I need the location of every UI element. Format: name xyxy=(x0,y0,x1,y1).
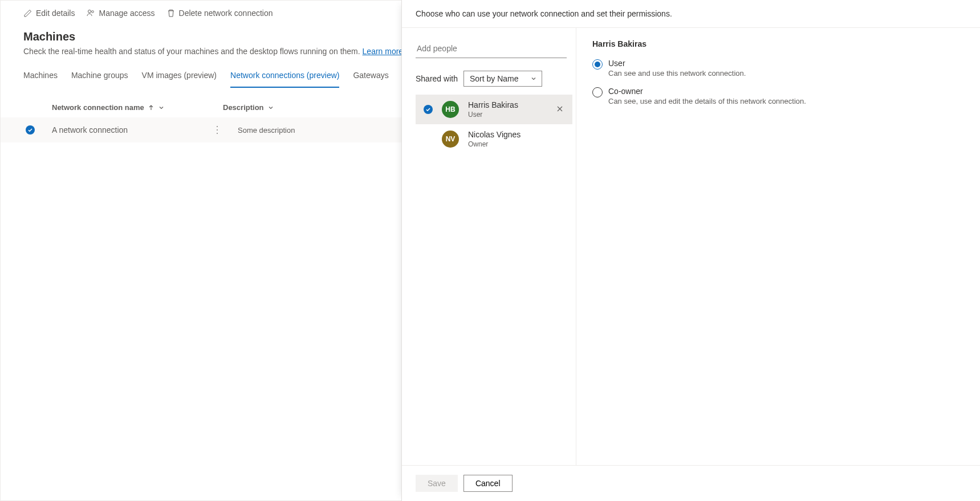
remove-person-button[interactable] xyxy=(554,103,566,116)
chevron-down-icon xyxy=(530,75,537,82)
sort-arrow-up-icon xyxy=(148,104,154,111)
permission-label: User xyxy=(608,59,746,68)
edit-details-label: Edit details xyxy=(36,9,75,18)
permission-option-coowner[interactable]: Co-owner Can see, use and edit the detai… xyxy=(592,87,966,105)
svg-point-0 xyxy=(88,10,91,13)
people-icon xyxy=(86,9,95,18)
radio-icon[interactable] xyxy=(592,87,603,97)
pencil-icon xyxy=(23,9,32,18)
person-role: User xyxy=(468,111,545,119)
tab-machine-groups[interactable]: Machine groups xyxy=(71,66,128,88)
sort-select[interactable]: Sort by Name xyxy=(463,71,542,87)
tab-gateways[interactable]: Gateways xyxy=(353,66,388,88)
manage-access-panel: Choose who can use your network connecti… xyxy=(401,0,980,501)
permission-label: Co-owner xyxy=(608,87,806,96)
person-role: Owner xyxy=(468,140,566,148)
permission-option-user[interactable]: User Can see and use this network connec… xyxy=(592,59,966,78)
person-name: Harris Bakiras xyxy=(468,100,545,109)
person-selected-icon xyxy=(424,105,433,114)
manage-access-label: Manage access xyxy=(99,9,154,18)
add-people-input[interactable] xyxy=(416,39,567,58)
column-name[interactable]: Network connection name xyxy=(52,103,223,112)
radio-icon[interactable] xyxy=(592,59,603,70)
row-name: A network connection xyxy=(52,125,213,135)
svg-point-1 xyxy=(92,11,94,13)
trash-icon xyxy=(166,9,176,18)
delete-connection-button[interactable]: Delete network connection xyxy=(166,9,273,18)
avatar: HB xyxy=(442,101,459,118)
tab-machines[interactable]: Machines xyxy=(23,66,58,88)
tab-vm-images[interactable]: VM images (preview) xyxy=(142,66,217,88)
permissions-heading: Harris Bakiras xyxy=(592,39,966,48)
learn-more-link[interactable]: Learn more xyxy=(363,47,404,56)
person-row-nicolas[interactable]: NV Nicolas Vignes Owner xyxy=(416,124,572,154)
close-icon xyxy=(556,105,563,112)
panel-header: Choose who can use your network connecti… xyxy=(402,0,980,28)
tab-network-connections[interactable]: Network connections (preview) xyxy=(230,66,339,88)
permission-desc: Can see, use and edit the details of thi… xyxy=(608,97,806,105)
permission-desc: Can see and use this network connection. xyxy=(608,69,746,78)
person-row-harris[interactable]: HB Harris Bakiras User xyxy=(416,95,572,124)
shared-with-label: Shared with xyxy=(416,74,458,83)
delete-connection-label: Delete network connection xyxy=(179,9,273,18)
row-menu-button[interactable]: ⋯ xyxy=(212,125,224,135)
cancel-button[interactable]: Cancel xyxy=(463,475,513,492)
person-name: Nicolas Vignes xyxy=(468,130,566,139)
edit-details-button[interactable]: Edit details xyxy=(23,9,75,18)
manage-access-button[interactable]: Manage access xyxy=(86,9,154,18)
chevron-down-icon xyxy=(267,104,274,111)
avatar: NV xyxy=(442,131,459,148)
row-check-icon[interactable] xyxy=(26,125,35,135)
save-button[interactable]: Save xyxy=(416,475,458,492)
chevron-down-icon xyxy=(158,104,165,111)
